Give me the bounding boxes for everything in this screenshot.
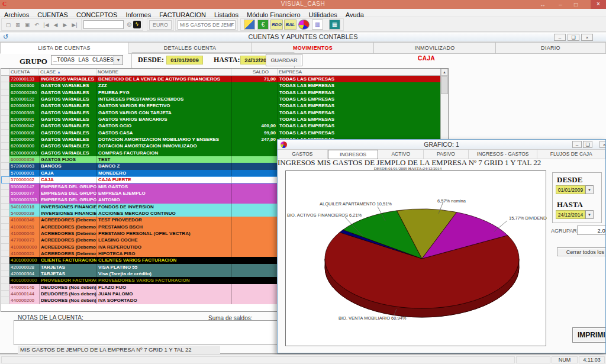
prev-record-icon[interactable]: ◀ (51, 22, 60, 28)
grafico-tab-flujos-de-caja[interactable]: FLUJOS DE CAJA (537, 150, 605, 159)
first-record-icon[interactable]: |◀ (41, 22, 51, 28)
cell-cuenta: 540100018 (9, 204, 39, 210)
cell-nombre: IVA SOPORTADO (96, 297, 231, 304)
cell-clase: TARJETAS (39, 270, 96, 277)
cell-cuenta: 6200000000 (9, 150, 39, 156)
table-row[interactable]: 620000366GASTOS VARIABLESZZZTODAS LAS EM… (1, 82, 448, 89)
grafico-maximize-button[interactable]: ❏ (583, 141, 592, 148)
calculator-icon[interactable]: ▦ (329, 20, 340, 30)
cell-rownum (1, 264, 9, 270)
new-doc-icon[interactable]: ▢ (4, 22, 13, 28)
bal-button[interactable]: BAL (284, 20, 296, 30)
cell-clase: PROVEEDOR FACTURACION (39, 277, 96, 284)
cell-saldo (231, 150, 278, 156)
minimize-button[interactable]: – (554, 0, 567, 9)
maximize-button[interactable]: □ (569, 0, 582, 9)
scroll-up-icon[interactable]: ▲ (441, 69, 448, 76)
cell-cuenta: 620000042 (9, 123, 39, 129)
cell-cuenta: 440000146 (9, 284, 39, 291)
cerrar-graficos-button[interactable]: Cerrar todos los gráfic (557, 247, 606, 256)
cuentas-close-button[interactable]: × (581, 34, 593, 41)
company-combo[interactable]: MIS GASTOS DE JEMF ▼ (178, 20, 236, 30)
tab-diario[interactable]: DIARIO (496, 42, 606, 54)
money-icon[interactable]: € (257, 20, 269, 30)
header-rownum (1, 69, 9, 75)
arrows-icon[interactable]: ↔ (536, 0, 549, 9)
cell-nombre: PROVEEDORES VARIOS FACTURACION (96, 277, 231, 284)
table-row[interactable]: 6200000280GASTOS VARIABLESPRUEBA PYGTODA… (1, 89, 448, 96)
grafico-hasta-combo[interactable]: 24/12/2014 ▼ (556, 210, 594, 219)
close-button[interactable]: × (591, 0, 606, 9)
header-empresa[interactable]: EMPRESA (278, 69, 448, 75)
cell-rownum (1, 96, 9, 102)
cell-cuenta: 6200000280 (9, 89, 39, 96)
cell-nombre: GASTOS VARIOS EN EFECTIVO (96, 102, 231, 109)
cell-cuenta: 410000040 (9, 230, 39, 237)
undo-icon[interactable]: ↶ (32, 22, 41, 28)
table-row[interactable]: 620000008GASTOS VARIABLESGASTOS CASA99,0… (1, 130, 448, 136)
table-row[interactable]: 620000042GASTOS VARIABLESGASTOS OCIO400,… (1, 123, 448, 129)
cell-clase: GASTOS VARIABLES (39, 102, 96, 109)
chevron-down-icon[interactable]: ▼ (585, 185, 594, 194)
cell-saldo (231, 224, 278, 230)
pie-chart-icon[interactable] (298, 20, 310, 30)
save-icon[interactable]: ▣ (22, 22, 32, 28)
cell-nombre: PRUEBA PYG (96, 89, 231, 96)
header-saldo[interactable]: SALDO (231, 69, 278, 75)
grupo-combo[interactable]: _TODAS LAS CLASES ▼ (51, 55, 123, 65)
grafico-desde-combo[interactable]: 01/01/2009 ▼ (556, 185, 594, 194)
tab-lista-de-cuentas[interactable]: LISTA DE CUENTAS (0, 42, 128, 54)
cell-clase: ACREEDORES (Debemos) (39, 244, 96, 250)
header-clase[interactable]: CLASE ▲ (39, 69, 96, 75)
lightning-icon[interactable]: ϟ (133, 21, 141, 28)
last-record-icon[interactable]: ▶| (70, 22, 79, 28)
cell-rownum (1, 123, 9, 129)
next-record-icon[interactable]: ▶ (60, 22, 70, 28)
find-icon[interactable]: ◎ (125, 21, 133, 28)
cell-saldo (231, 190, 278, 197)
cuentas-minimize-button[interactable]: – (554, 34, 566, 41)
cell-rownum (1, 116, 9, 123)
header-nombre[interactable]: NOMBRE (96, 69, 231, 75)
cell-saldo (231, 156, 278, 163)
table-row[interactable]: 620000091GASTOS VARIABLESGASTOS VARIOS B… (1, 116, 448, 123)
cell-nombre: TEST (96, 156, 231, 163)
grafico-caption[interactable]: GRAFICO: 1 – ❏ × (278, 140, 605, 150)
scrollbar-thumb[interactable] (441, 76, 448, 94)
cuentas-restore-button[interactable]: ❏ (568, 34, 579, 41)
cell-nombre: COMPRAS FACTURACION (96, 150, 231, 156)
cell-clase: GASTOS VARIABLES (39, 136, 96, 143)
header-cuenta[interactable]: CUENTA (9, 69, 39, 75)
grupo-label: GRUPO (20, 57, 47, 66)
euro-button[interactable]: EURO (149, 20, 172, 30)
record-nav-group: ▢⊠▣↶|◀◀▶▶|≡ (1, 18, 94, 31)
search-input[interactable] (83, 20, 124, 29)
chevron-down-icon[interactable]: ▼ (114, 56, 123, 65)
cell-cuenta: 440000200 (9, 297, 39, 304)
cell-clase: GASTOS VARIABLES (39, 150, 96, 156)
guardar-button[interactable]: GUARDAR (266, 54, 302, 66)
rdo-button[interactable]: RDO (270, 20, 283, 30)
cuentas-tab-strip: LISTA DE CUENTASDETALLES CUENTAMOVIMIENT… (0, 42, 606, 54)
table-row[interactable]: 720000133INGRESOS VARIABLESBENEFICIO DE … (1, 76, 448, 82)
tab-inmovilizado[interactable]: INMOVILIZADO (374, 42, 496, 54)
ledger-book-icon[interactable]: ▥ (312, 20, 323, 30)
delete-doc-icon[interactable]: ⊠ (13, 22, 22, 28)
chevron-down-icon[interactable]: ▼ (585, 210, 594, 219)
cell-clase: EMPRESAS DEL GRUPO (39, 197, 96, 203)
cell-rownum (1, 156, 9, 163)
agrupar-field[interactable]: 2.00 (577, 226, 606, 235)
imprimir-button[interactable]: IMPRIMIR (572, 327, 606, 343)
table-row[interactable]: 620000019GASTOS VARIABLESGASTOS VARIOS E… (1, 102, 448, 109)
cell-clase: CAJA (39, 176, 96, 183)
table-row[interactable]: 620000365GASTOS VARIABLESGASTOS VARIOS C… (1, 109, 448, 116)
cell-rownum (1, 250, 9, 257)
chart-icon[interactable] (244, 20, 255, 30)
desde-field[interactable]: 01/01/2009 (166, 56, 203, 65)
cell-cuenta: 440000144 (9, 291, 39, 297)
grafico-minimize-button[interactable]: – (572, 141, 582, 148)
table-row[interactable]: 620000122GASTOS VARIABLESINTERESES PREST… (1, 96, 448, 102)
cell-clase: CAJA (39, 170, 96, 176)
grafico-close-button[interactable]: × (599, 141, 606, 148)
cell-clase: TARJETAS (39, 264, 96, 270)
